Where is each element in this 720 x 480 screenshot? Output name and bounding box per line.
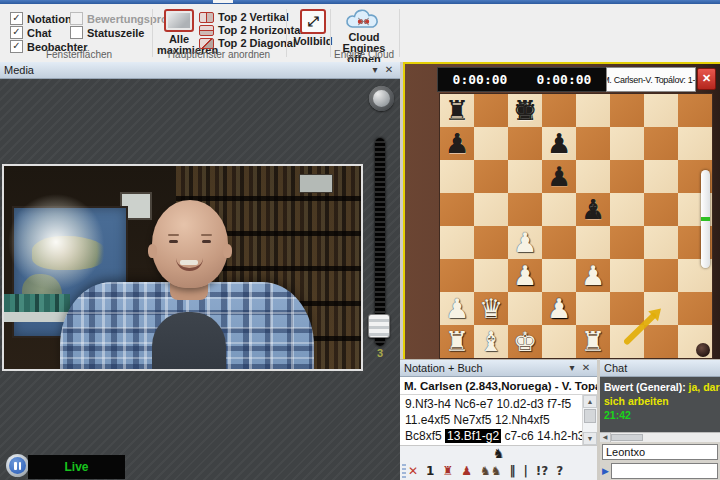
square-b6[interactable]	[474, 160, 508, 193]
square-e8[interactable]	[576, 94, 610, 127]
square-g1[interactable]	[644, 325, 678, 358]
square-d1[interactable]	[542, 325, 576, 358]
square-h7[interactable]	[678, 127, 712, 160]
square-g3[interactable]	[644, 259, 678, 292]
square-d5[interactable]	[542, 193, 576, 226]
square-c7[interactable]	[508, 127, 542, 160]
square-g4[interactable]	[644, 226, 678, 259]
square-g6[interactable]	[644, 160, 678, 193]
chat-username-field[interactable]: Leontxo	[602, 444, 718, 460]
square-c6[interactable]	[508, 160, 542, 193]
square-f8[interactable]	[610, 94, 644, 127]
scroll-up-button[interactable]: ▲	[583, 395, 597, 408]
white-rook-e1[interactable]: ♜	[576, 325, 610, 358]
square-b4[interactable]	[474, 226, 508, 259]
square-a5[interactable]	[440, 193, 474, 226]
media-close-button[interactable]: ✕	[382, 63, 396, 77]
knights-icon[interactable]: ♞♞	[480, 462, 502, 480]
white-queen-b2[interactable]: ♛	[474, 292, 508, 325]
square-b5[interactable]	[474, 193, 508, 226]
one-icon[interactable]: 1	[426, 462, 434, 480]
chat-horizontal-scrollbar[interactable]: ◀	[600, 432, 720, 442]
bar-icon[interactable]: |	[523, 462, 527, 480]
white-bishop-b1[interactable]: ♝	[474, 325, 508, 358]
pawn-icon[interactable]: ♟	[461, 462, 472, 480]
square-b7[interactable]	[474, 127, 508, 160]
white-pawn-a2[interactable]: ♟	[440, 292, 474, 325]
square-f5[interactable]	[610, 193, 644, 226]
square-f2[interactable]	[610, 292, 644, 325]
top2-horizontal-button[interactable]: Top 2 Horizontal	[199, 24, 303, 36]
white-pawn-e3[interactable]: ♟	[576, 259, 610, 292]
pause-symbol-icon[interactable]: ‖	[509, 462, 515, 480]
square-f4[interactable]	[610, 226, 644, 259]
square-a4[interactable]	[440, 226, 474, 259]
square-f3[interactable]	[610, 259, 644, 292]
black-king-c8[interactable]: ♚	[508, 94, 542, 127]
square-d3[interactable]	[542, 259, 576, 292]
chat-input[interactable]	[611, 463, 718, 479]
delete-icon[interactable]: ✕	[408, 462, 418, 480]
white-king-c1[interactable]: ♚	[508, 325, 542, 358]
scrollbar-thumb[interactable]	[584, 409, 596, 423]
scroll-left-button[interactable]: ◀	[600, 433, 611, 442]
pause-button[interactable]	[6, 454, 29, 477]
top2-vertikal-button[interactable]: Top 2 Vertikal	[199, 11, 303, 23]
media-collapse-button[interactable]: ▾	[368, 63, 382, 77]
vollbild-button[interactable]: ⤢ Vollbild	[291, 9, 335, 47]
move[interactable]: 14.h2-h3	[537, 429, 582, 443]
square-e2[interactable]	[576, 292, 610, 325]
interesting-move-icon[interactable]: !?	[536, 462, 548, 480]
move[interactable]: 10.d2-d3	[496, 397, 543, 411]
volume-slider-thumb[interactable]	[368, 314, 390, 338]
square-d8[interactable]	[542, 94, 576, 127]
moves-scrollbar[interactable]: ▲ ▼	[582, 395, 597, 445]
square-e7[interactable]	[576, 127, 610, 160]
notation-collapse-button[interactable]: ▾	[565, 361, 579, 375]
scrollbar-thumb[interactable]	[611, 434, 643, 441]
move[interactable]: 11.e4xf5	[405, 413, 450, 427]
square-g2[interactable]	[644, 292, 678, 325]
white-rook-a1[interactable]: ♜	[440, 325, 474, 358]
square-d4[interactable]	[542, 226, 576, 259]
toolbar-drag-handle[interactable]	[402, 464, 406, 478]
question-icon[interactable]: ?	[556, 462, 563, 480]
move[interactable]: Nc6-e7	[454, 397, 493, 411]
square-g5[interactable]	[644, 193, 678, 226]
current-move[interactable]: 13.Bf1-g2	[445, 429, 501, 443]
move[interactable]: 9.Nf3-h4	[405, 397, 451, 411]
black-pawn-a7[interactable]: ♟	[440, 127, 474, 160]
square-c2[interactable]	[508, 292, 542, 325]
square-g8[interactable]	[644, 94, 678, 127]
scroll-down-button[interactable]: ▼	[583, 432, 597, 445]
black-bishop-e5[interactable]: ♝	[576, 193, 610, 226]
square-f7[interactable]	[610, 127, 644, 160]
black-rook-a8[interactable]: ♜	[440, 94, 474, 127]
rook-icon[interactable]: ♜	[442, 462, 453, 480]
move[interactable]: Ne7xf5	[454, 413, 492, 427]
send-icon[interactable]: ▶	[602, 466, 609, 476]
square-h8[interactable]	[678, 94, 712, 127]
board-size-slider[interactable]	[701, 170, 710, 268]
white-pawn-c4[interactable]: ♟	[508, 226, 542, 259]
square-h2[interactable]	[678, 292, 712, 325]
move[interactable]: c7-c6	[504, 429, 533, 443]
speaker-knob-icon[interactable]	[369, 86, 394, 111]
square-b3[interactable]	[474, 259, 508, 292]
square-e6[interactable]	[576, 160, 610, 193]
square-f6[interactable]	[610, 160, 644, 193]
black-pawn-d7[interactable]: ♟	[542, 127, 576, 160]
white-pawn-d2[interactable]: ♟	[542, 292, 576, 325]
square-a3[interactable]	[440, 259, 474, 292]
move[interactable]: Bc8xf5	[405, 429, 442, 443]
white-pawn-c3[interactable]: ♟	[508, 259, 542, 292]
square-e4[interactable]	[576, 226, 610, 259]
black-pawn-d6[interactable]: ♟	[542, 160, 576, 193]
square-b8[interactable]	[474, 94, 508, 127]
square-c5[interactable]	[508, 193, 542, 226]
square-a6[interactable]	[440, 160, 474, 193]
notation-close-button[interactable]: ✕	[579, 361, 593, 375]
square-f1[interactable]	[610, 325, 644, 358]
square-g7[interactable]	[644, 127, 678, 160]
board-close-button[interactable]: ✕	[697, 68, 716, 90]
